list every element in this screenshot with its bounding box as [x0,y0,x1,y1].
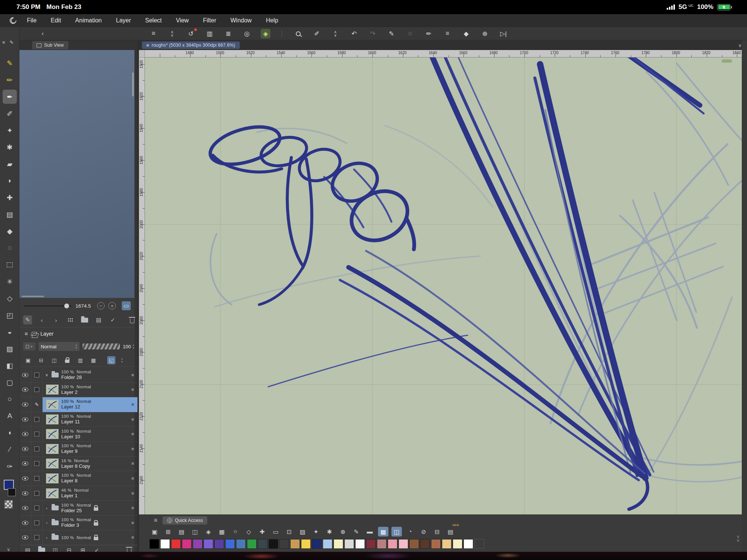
pencil-tool[interactable]: ✏ [3,73,17,87]
qa-material-new-icon[interactable]: ▤NEW [445,527,456,536]
menu-view[interactable]: View [176,17,189,24]
selection-checkbox[interactable] [34,432,39,436]
rail-edit-icon[interactable]: ✎ [10,40,14,45]
layer-row-folder-3[interactable]: ›100 % NormalFolder 3≡ [19,516,137,531]
layer-menu-icon[interactable]: ≡ [131,491,134,496]
layer-row-layer-8-copy[interactable]: 16 % NormalLayer 8 Copy≡ [19,457,137,472]
visibility-eye-icon[interactable] [22,432,28,436]
move-tool[interactable]: ◇ [3,291,17,305]
qa-clock-icon[interactable]: ◔ [405,527,415,536]
redo-icon[interactable]: ↷ [368,29,378,38]
quickbar-menu-icon[interactable]: ≡ [154,517,157,524]
decoration-tool[interactable]: ✱ [3,140,17,154]
color-swatch[interactable] [474,539,484,549]
selection-checkbox[interactable] [34,535,39,540]
subview-preview-image[interactable] [19,50,134,298]
fill-icon[interactable]: ◆ [461,29,471,38]
menu-window[interactable]: Window [230,17,252,24]
color-swatch[interactable] [442,539,452,549]
color-swatch[interactable] [420,539,430,549]
layer-panel-menu-icon[interactable]: ≡ [25,331,28,337]
rect-shape-tool[interactable]: ▢ [3,375,17,389]
light-table-icon[interactable]: ◎ [242,29,252,38]
fill-area-tool[interactable]: ◧ [3,358,17,373]
visibility-eye-icon[interactable] [22,402,28,407]
folder-chevron-icon[interactable]: › [44,535,49,540]
lasso-icon[interactable]: ◌ [405,29,415,38]
qa-save-icon[interactable]: ⊞ [163,527,173,536]
eraser-tool[interactable]: ▰ [3,157,17,171]
selection-checkbox[interactable] [34,373,39,377]
layer-thumbnail[interactable] [46,399,59,410]
zoom-in-button[interactable]: + [108,302,116,309]
two-pane-icon[interactable]: ◱ [107,356,115,364]
layer-row-layer-1[interactable]: 46 % NormalLayer 1≡ [19,486,137,501]
rail-menu-icon[interactable]: ≡ [2,40,5,45]
selection-checkbox[interactable] [34,520,39,525]
quick-access-tab[interactable]: Q Quick Access [162,516,207,525]
layer-menu-icon[interactable]: ≡ [131,387,134,392]
color-swatch[interactable] [160,539,170,549]
qa-sparkle-icon[interactable]: ✦ [311,527,321,536]
main-menu-icon[interactable]: ≡ [149,29,158,38]
app-logo-icon[interactable] [9,16,17,25]
folder-chevron-icon[interactable]: ∨ [44,373,49,377]
color-swatch[interactable] [225,539,235,549]
layer-mask-icon[interactable]: ◫ [50,356,58,364]
bucket-tool[interactable]: ◒ [3,325,17,339]
reset-rotate-icon[interactable]: ↺ [186,29,196,38]
qa-star-icon[interactable]: ✱ [324,527,335,536]
menu-animation[interactable]: Animation [75,17,102,24]
apply-check-icon[interactable]: ✓ [108,315,117,324]
tool-cycle-icon[interactable]: ∧∨ [331,29,340,38]
balloon-tool[interactable]: ◖ [3,426,17,440]
selection-checkbox[interactable] [34,505,39,510]
qa-mirror-icon[interactable]: ◫ [391,527,402,536]
layer-menu-icon[interactable]: ≡ [131,476,134,481]
gradient-tool[interactable]: ▨ [3,342,17,356]
visibility-eye-icon[interactable] [22,521,28,525]
layer-row-layer-12[interactable]: ✎100 % NormalLayer 12≡ [19,397,137,412]
prev-image-icon[interactable]: ‹ [37,315,46,324]
layer-row-folder-25[interactable]: ›100 % NormalFolder 25≡ [19,501,137,516]
qa-bar-icon[interactable]: ▬ [365,527,375,536]
qa-disable-icon[interactable]: ⊘ [418,527,429,536]
blend-tool[interactable]: ◗ [3,174,17,188]
zoom-out-button[interactable]: − [97,302,105,309]
layer-row-layer-10[interactable]: 100 % NormalLayer 10≡ [19,427,137,442]
qa-onion-skin-icon[interactable]: ▩ [378,527,388,536]
color-swatch[interactable] [399,539,408,549]
clipboard-tool[interactable]: ▤ [3,207,17,221]
layer-thumbnail[interactable] [46,488,59,498]
layer-menu-icon[interactable]: ≡ [131,505,134,511]
color-swatch[interactable] [334,539,343,549]
visibility-eye-icon[interactable] [22,535,28,539]
visibility-eye-icon[interactable] [22,476,28,480]
layer-row-layer-9[interactable]: 100 % NormalLayer 9≡ [19,442,137,457]
eraser-large-tool[interactable]: ◆ [3,224,17,238]
open-folder-icon[interactable] [80,315,89,324]
visibility-eye-icon[interactable] [22,417,28,421]
qa-link-icon[interactable]: ⊕ [338,527,348,536]
color-swatch[interactable] [301,539,311,549]
layer-menu-icon[interactable]: ≡ [131,461,134,466]
color-swatch[interactable] [464,539,473,549]
opacity-stepper[interactable]: 100 ∧∨ [123,344,134,349]
selection-checkbox[interactable] [34,387,39,392]
color-swatch[interactable] [247,539,257,549]
qa-grid-icon[interactable]: ▦ [217,527,227,536]
menu-select[interactable]: Select [145,17,162,24]
auto-select-tool[interactable]: ✳ [3,274,17,289]
brush-tool[interactable]: ✐ [3,106,17,121]
layer-thumbnail[interactable] [46,473,59,483]
transparent-color-chip[interactable] [4,500,13,508]
clip-at-layer-icon[interactable]: ⊟ [37,356,45,364]
zoom-icon[interactable] [293,29,303,38]
visibility-eye-icon[interactable] [22,388,28,392]
document-tab[interactable]: roughs* (5030 x 3840px 300dpi 667.6%) [142,41,240,49]
color-swatch[interactable] [193,539,202,549]
animation-cels-icon[interactable]: ≣ [223,29,233,38]
color-swatch[interactable] [214,539,224,549]
menu-filter[interactable]: Filter [203,17,216,24]
qa-frame-icon[interactable]: ▭ [270,527,281,536]
